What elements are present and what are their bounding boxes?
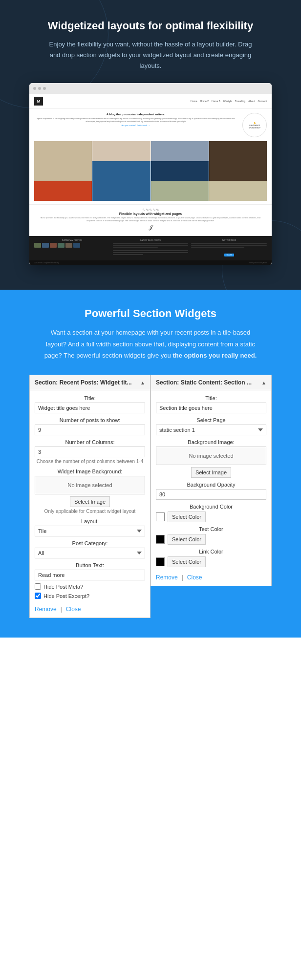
section2-description: Want a section at your homepage with you…: [43, 327, 258, 361]
left-columns-label: Number of Columns:: [35, 439, 145, 445]
left-hide-excerpt-checkbox[interactable]: [35, 593, 41, 599]
mock-flex-title: Flexible layouts with widgetized pages: [29, 212, 272, 215]
left-panel-collapse-icon[interactable]: ▲: [140, 380, 145, 385]
mock-footer-line-5: [113, 252, 189, 253]
left-posts-input[interactable]: [35, 425, 145, 435]
left-hide-excerpt-label: Hide Post Excerpt?: [43, 593, 89, 599]
left-panel-footer: Remove | Close: [35, 603, 145, 613]
right-bg-color-row: Select Color: [156, 511, 266, 522]
mock-footer-line-2: [113, 245, 189, 246]
left-panel-header[interactable]: Section: Recent Posts: Widget tit... ▲: [30, 375, 150, 390]
mock-footer-line-4: [113, 250, 189, 251]
left-close-button[interactable]: Close: [66, 606, 81, 613]
left-select-image-button[interactable]: Select Image: [70, 496, 110, 507]
left-columns-hint: Choose the number of post columns betwee…: [35, 458, 145, 465]
left-button-text-label: Button Text:: [35, 562, 145, 568]
mock-thumb-5: [65, 243, 72, 248]
mock-hero-paragraph: Space exploration is the ongoing discove…: [34, 117, 237, 123]
right-panel-body: Title: Select Page static section 1 Back…: [151, 390, 271, 586]
mock-footer-line-6: [113, 254, 143, 255]
mock-grid-cell-7: [209, 141, 267, 181]
mock-footer-bar: 2016. MONO. A Digital Point Gateway. Hom…: [29, 260, 272, 265]
mock-nav-link-about: About: [248, 100, 255, 103]
browser-mockup: M Home Home 2 Home 3 Lifestyle Travellin…: [29, 83, 272, 265]
panels-container: Section: Recent Posts: Widget tit... ▲ T…: [24, 375, 277, 618]
left-hide-meta-checkbox[interactable]: [35, 583, 41, 590]
mock-logo: M: [34, 97, 43, 106]
left-posts-label: Number of posts to show:: [35, 417, 145, 423]
blue-section: Powerful Section Widgets Want a section …: [0, 290, 301, 638]
right-text-color-row: Select Color: [156, 534, 266, 545]
mock-nav-link-home: Home: [191, 100, 197, 103]
section2-title: Powerful Section Widgets: [24, 307, 277, 320]
right-link-color-label: Link Color: [156, 549, 266, 554]
left-remove-button[interactable]: Remove: [35, 606, 57, 613]
mock-footer-col-3: TWITTER FEED Follow Me: [191, 239, 267, 257]
mock-thumb-1: [34, 243, 41, 248]
mock-wave: ∿∿∿∿∿: [29, 208, 272, 212]
left-layout-select[interactable]: Tile Compact: [35, 526, 145, 536]
right-panel: Section: Static Content: Section ... ▲ T…: [150, 375, 272, 586]
mock-badge: ✋HANDMADEWORKSHOP: [242, 113, 267, 137]
right-panel-collapse-icon[interactable]: ▲: [261, 380, 266, 385]
right-link-color-row: Select Color: [156, 556, 266, 567]
right-text-color-label: Text Color: [156, 526, 266, 532]
mock-nav-link-home2: Home 2: [200, 100, 209, 103]
hero-description: Enjoy the flexibility you want, without …: [48, 39, 253, 71]
right-opacity-input[interactable]: [156, 489, 266, 500]
mock-footer: INSTAGRAM PHOTOS LATEST BLOG POSTS: [29, 236, 272, 260]
left-hide-meta-label: Hide Post Meta?: [43, 584, 83, 590]
right-footer-separator: |: [182, 574, 183, 581]
mock-grid-cell-5: [92, 161, 150, 201]
left-panel: Section: Recent Posts: Widget tit... ▲ T…: [29, 375, 150, 618]
left-category-select[interactable]: All: [35, 548, 145, 558]
mock-hero-area: A blog that promotes independent writers…: [29, 109, 272, 141]
mock-footer-title-2: LATEST BLOG POSTS: [113, 239, 189, 241]
mock-image-grid: [29, 141, 272, 204]
left-title-input[interactable]: [35, 403, 145, 413]
right-page-select[interactable]: static section 1: [156, 425, 266, 435]
right-select-text-color-button[interactable]: Select Color: [168, 534, 206, 545]
section2-bold: the options you really need.: [172, 352, 257, 359]
mock-hero-text: A blog that promotes independent writers…: [34, 113, 237, 137]
mock-footer-line-3: [113, 247, 158, 248]
left-bg-image-label: Widget Image Background:: [35, 469, 145, 474]
mock-footer-col-2: LATEST BLOG POSTS: [113, 239, 189, 257]
mock-grid-cell-6: [34, 181, 92, 201]
mock-grid-cell-8: [151, 181, 209, 201]
right-select-bg-color-button[interactable]: Select Color: [168, 511, 206, 522]
browser-dot-1: [33, 87, 36, 90]
mock-flex-text: Mono provides the flexibility you ask fo…: [29, 216, 272, 222]
right-select-link-color-button[interactable]: Select Color: [168, 556, 206, 567]
mock-badge-text: ✋HANDMADEWORKSHOP: [249, 122, 260, 129]
mock-footer-line-7: [191, 243, 267, 244]
browser-dot-2: [38, 87, 41, 90]
right-select-image-button[interactable]: Select Image: [191, 467, 231, 478]
right-panel-title: Section: Static Content: Section ...: [156, 379, 252, 386]
mock-grid-cell-4: [151, 161, 209, 181]
mock-footer-copyright: 2016. MONO. A Digital Point Gateway.: [34, 262, 59, 264]
mock-nav-link-connect: Connect: [258, 100, 267, 103]
left-columns-input[interactable]: [35, 447, 145, 457]
left-button-text-input[interactable]: [35, 570, 145, 580]
right-bg-image-label: Background Image:: [156, 439, 266, 445]
right-bg-image-placeholder: No image selected: [156, 447, 266, 465]
right-remove-button[interactable]: Remove: [156, 574, 178, 581]
right-bg-color-swatch: [156, 512, 165, 521]
right-panel-header[interactable]: Section: Static Content: Section ... ▲: [151, 375, 271, 390]
left-layout-label: Layout:: [35, 518, 145, 524]
right-link-color-swatch: [156, 557, 165, 566]
mock-divider: ∿∿∿∿∿ Flexible layouts with widgetized p…: [29, 204, 272, 236]
mock-footer-line-8: [191, 245, 267, 246]
left-category-label: Post Category:: [35, 540, 145, 546]
right-title-input[interactable]: [156, 403, 266, 413]
browser-content: M Home Home 2 Home 3 Lifestyle Travellin…: [29, 94, 272, 265]
hero-title: Widgetized layouts for optimal flexibili…: [29, 20, 272, 32]
right-opacity-label: Background Opacity: [156, 482, 266, 488]
mock-nav-link-home3: Home 3: [212, 100, 220, 103]
mock-nav: M Home Home 2 Home 3 Lifestyle Travellin…: [29, 94, 272, 109]
mock-grid-cell-9: [209, 181, 267, 201]
browser-dot-3: [43, 87, 46, 90]
right-close-button[interactable]: Close: [187, 574, 202, 581]
left-title-label: Title:: [35, 395, 145, 401]
